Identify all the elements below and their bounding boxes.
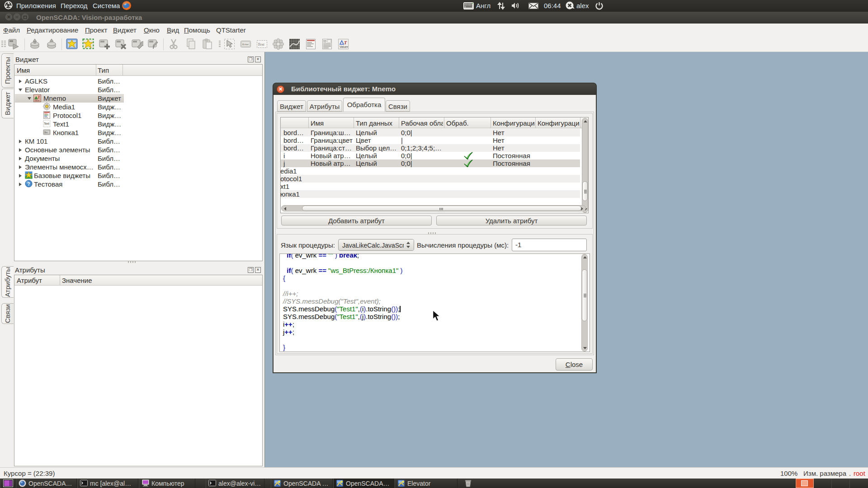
svg-text:Value: Value [340,45,347,48]
svg-text:Text: Text [44,122,49,125]
svg-text:Text: Text [258,42,264,47]
svg-text:Value: Value [34,99,40,102]
svg-text:?: ? [28,182,30,187]
svg-text:T: T [344,40,347,45]
svg-text:Enter: Enter [242,43,249,46]
svg-text:Btn: Btn [45,131,48,134]
